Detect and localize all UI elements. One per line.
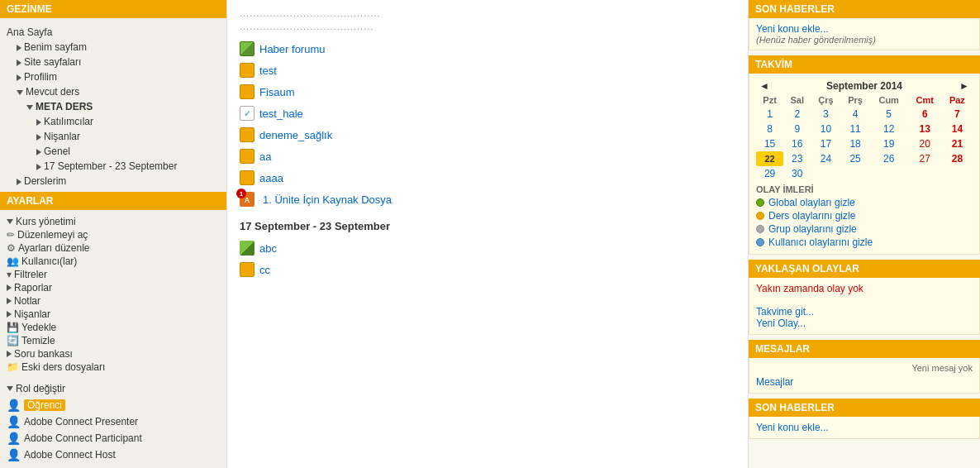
sidebar-item-profilim[interactable]: Profilim <box>7 69 220 84</box>
cal-day[interactable]: 15 <box>756 136 783 151</box>
forum-link[interactable]: Haber forumu <box>259 43 325 55</box>
sidebar-item-duzenlemeyi-ac[interactable]: ✏ Düzenlemeyi aç <box>7 228 220 241</box>
cal-day[interactable]: 28 <box>942 151 973 166</box>
forum-item-fisaum[interactable]: Fisaum <box>240 81 735 103</box>
cal-day[interactable]: 11 <box>840 122 869 136</box>
cal-prev-button[interactable]: ◄ <box>759 80 769 92</box>
takvime-git-link[interactable]: Takvime git... <box>756 306 973 318</box>
role-ogrenci[interactable]: 👤 Öğrenci <box>0 397 226 413</box>
sidebar-item-filtreler[interactable]: ▾ Filtreler <box>7 268 220 281</box>
grup-olay-link[interactable]: Grup olaylarını gizle <box>768 223 857 235</box>
sidebar-item-ayarlari-duzenle[interactable]: ⚙ Ayarları düzenle <box>7 241 220 255</box>
sidebar-item-genel[interactable]: Genel <box>7 144 220 159</box>
sidebar-item-eski-ders[interactable]: 📁 Eski ders dosyaları <box>7 361 220 374</box>
cal-day[interactable]: 12 <box>870 122 908 136</box>
forum-item-test[interactable]: test <box>240 60 735 81</box>
cal-day[interactable]: 18 <box>840 136 869 151</box>
resource-link[interactable]: 1. Ünite İçin Kaynak Dosya <box>263 193 392 206</box>
cal-day[interactable]: 23 <box>783 151 811 166</box>
olay-item-kullanici[interactable]: Kullanıcı olaylarını gizle <box>756 236 973 249</box>
resource-link[interactable]: abc <box>259 242 277 255</box>
sidebar-item-temizle[interactable]: 🔄 Temizle <box>7 334 220 347</box>
forum-item-cc[interactable]: cc <box>240 259 735 280</box>
resource-link[interactable]: test <box>259 64 277 77</box>
yeni-olay-link[interactable]: Yeni Olay... <box>756 318 973 329</box>
forum-item-deneme[interactable]: deneme_sağlık <box>240 124 735 146</box>
cal-day[interactable]: 10 <box>811 122 840 136</box>
sidebar-item-rol-degistir[interactable]: Rol değiştir <box>7 382 220 395</box>
sidebar-item-yedekle[interactable]: 💾 Yedekle <box>7 321 220 334</box>
role-presenter[interactable]: 👤 Adobe Connect Presenter <box>0 413 226 430</box>
sidebar-item-derslerim[interactable]: Derslerim <box>7 174 220 189</box>
sidebar-item-katilimcilar[interactable]: Katılımcılar <box>7 114 220 129</box>
forum-item-aa[interactable]: aa <box>240 146 735 167</box>
resource-icon <box>240 84 255 99</box>
resource-link[interactable]: aa <box>259 150 271 163</box>
sidebar-item-raporlar[interactable]: Raporlar <box>7 281 220 294</box>
svg-text:A: A <box>245 196 250 204</box>
forum-item-aaaa[interactable]: aaaa <box>240 167 735 189</box>
cal-day[interactable]: 21 <box>942 136 973 151</box>
cal-day[interactable]: 1 <box>756 107 783 122</box>
yeni-konu-link2[interactable]: Yeni konu ekle... <box>756 422 973 433</box>
yaklasan-body: Yakın zamanda olay yok Takvime git... Ye… <box>749 278 980 335</box>
forum-item-test-hale[interactable]: ✓ test_hale <box>240 103 735 124</box>
sidebar-item-nisanlar2[interactable]: Nişanlar <box>7 308 220 321</box>
resource-link[interactable]: deneme_sağlık <box>259 129 332 141</box>
sidebar-item-kullanicilar[interactable]: 👥 Kullanıcı(lar) <box>7 255 220 268</box>
sidebar-item-site-sayfalari[interactable]: Site sayfaları <box>7 55 220 69</box>
resource-link[interactable]: cc <box>259 264 270 276</box>
cal-day[interactable]: 20 <box>908 136 942 151</box>
sidebar-item-ana-sayfa[interactable]: Ana Sayfa <box>7 25 220 40</box>
sidebar-item-notlar[interactable]: Notlar <box>7 294 220 308</box>
forum-item-haber[interactable]: Haber forumu <box>240 38 735 60</box>
resource-link[interactable]: test_hale <box>259 107 303 120</box>
cal-day[interactable]: 3 <box>811 107 840 122</box>
clean-icon: 🔄 <box>7 335 19 346</box>
cal-next-button[interactable]: ► <box>959 80 969 92</box>
cal-day[interactable]: 7 <box>942 107 973 122</box>
mesajlar-link[interactable]: Mesajlar <box>756 376 973 388</box>
olay-item-global[interactable]: Global olayları gizle <box>756 196 973 209</box>
olay-item-ders[interactable]: Ders olaylarını gizle <box>756 209 973 222</box>
cal-day[interactable]: 2 <box>783 107 811 122</box>
sidebar-item-nisanlar[interactable]: Nişanlar <box>7 129 220 144</box>
kullanici-olay-link[interactable]: Kullanıcı olaylarını gizle <box>768 236 873 248</box>
forum-item-kaynak-dosya[interactable]: 1 A 1. Ünite İçin Kaynak Dosya <box>240 189 735 210</box>
cal-day[interactable]: 24 <box>811 151 840 166</box>
cal-day[interactable]: 30 <box>783 166 811 181</box>
cal-day[interactable]: 9 <box>783 122 811 136</box>
sidebar-item-september[interactable]: 17 September - 23 September <box>7 159 220 174</box>
ders-olay-link[interactable]: Ders olaylarını gizle <box>768 210 855 222</box>
cal-day[interactable]: 17 <box>811 136 840 151</box>
calendar-month-year: September 2014 <box>826 80 902 92</box>
cal-day[interactable]: 26 <box>870 151 908 166</box>
sidebar-item-mevcut-ders[interactable]: Mevcut ders <box>7 84 220 99</box>
cal-day[interactable]: 27 <box>908 151 942 166</box>
cal-day[interactable]: 13 <box>908 122 942 136</box>
resource-link[interactable]: aaaa <box>259 172 283 184</box>
sidebar-item-soru-bankasi[interactable]: Soru bankası <box>7 347 220 361</box>
cal-day[interactable]: 5 <box>870 107 908 122</box>
section-date: 17 September - 23 September <box>240 220 735 232</box>
cal-day[interactable]: 8 <box>756 122 783 136</box>
cal-day[interactable]: 25 <box>840 151 869 166</box>
cal-day[interactable]: 19 <box>870 136 908 151</box>
role-participant[interactable]: 👤 Adobe Connect Participant <box>0 430 226 447</box>
sidebar-item-kurs-yonetimi[interactable]: Kurs yönetimi <box>7 215 220 228</box>
resource-link[interactable]: Fisaum <box>259 86 295 98</box>
sidebar-item-meta-ders[interactable]: META DERS <box>7 99 220 114</box>
olay-item-grup[interactable]: Grup olaylarını gizle <box>756 222 973 236</box>
cal-day[interactable]: 29 <box>756 166 783 181</box>
global-olay-link[interactable]: Global olayları gizle <box>768 197 855 208</box>
cal-day[interactable]: 14 <box>942 122 973 136</box>
cal-day[interactable]: 16 <box>783 136 811 151</box>
role-host[interactable]: 👤 Adobe Connect Host <box>0 447 226 463</box>
forum-item-abc[interactable]: abc <box>240 237 735 259</box>
cal-day[interactable]: 6 <box>908 107 942 122</box>
cal-day[interactable]: 4 <box>840 107 869 122</box>
sidebar-item-benim-sayfam[interactable]: Benim sayfam <box>7 40 220 55</box>
yeni-konu-link[interactable]: Yeni konu ekle... <box>756 23 973 35</box>
cal-day-today[interactable]: 22 <box>756 151 783 166</box>
chevron-right-icon <box>36 119 41 126</box>
